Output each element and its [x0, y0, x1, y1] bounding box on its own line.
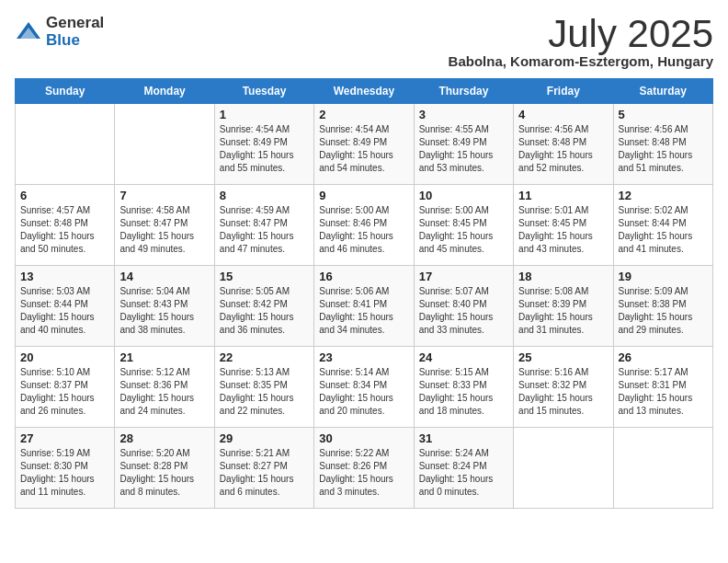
- logo-general: General: [46, 15, 104, 32]
- day-number: 20: [20, 350, 109, 364]
- day-info: Sunrise: 4:56 AM Sunset: 8:48 PM Dayligh…: [518, 123, 608, 175]
- day-info: Sunrise: 5:22 AM Sunset: 8:26 PM Dayligh…: [319, 447, 408, 499]
- day-number: 27: [20, 431, 109, 445]
- week-row-3: 20Sunrise: 5:10 AM Sunset: 8:37 PM Dayli…: [16, 347, 713, 428]
- week-row-0: 1Sunrise: 4:54 AM Sunset: 8:49 PM Daylig…: [16, 104, 713, 185]
- day-info: Sunrise: 4:54 AM Sunset: 8:49 PM Dayligh…: [319, 123, 408, 175]
- day-info: Sunrise: 5:01 AM Sunset: 8:45 PM Dayligh…: [518, 204, 608, 256]
- day-number: 28: [119, 431, 209, 445]
- calendar-cell: [613, 428, 712, 509]
- calendar-cell: 19Sunrise: 5:09 AM Sunset: 8:38 PM Dayli…: [613, 266, 712, 347]
- header-sunday: Sunday: [16, 79, 115, 104]
- day-info: Sunrise: 5:16 AM Sunset: 8:32 PM Dayligh…: [518, 366, 608, 418]
- header-tuesday: Tuesday: [214, 79, 313, 104]
- day-info: Sunrise: 4:56 AM Sunset: 8:48 PM Dayligh…: [619, 123, 708, 175]
- day-number: 17: [419, 270, 508, 283]
- day-info: Sunrise: 5:13 AM Sunset: 8:35 PM Dayligh…: [220, 366, 309, 418]
- day-info: Sunrise: 5:19 AM Sunset: 8:30 PM Dayligh…: [20, 447, 109, 499]
- logo-icon: [15, 18, 42, 46]
- day-number: 12: [619, 189, 708, 202]
- header-row: SundayMondayTuesdayWednesdayThursdayFrid…: [16, 79, 713, 104]
- day-info: Sunrise: 5:07 AM Sunset: 8:40 PM Dayligh…: [419, 285, 508, 337]
- day-number: 10: [419, 189, 508, 202]
- calendar-cell: 23Sunrise: 5:14 AM Sunset: 8:34 PM Dayli…: [314, 347, 414, 428]
- calendar-header: SundayMondayTuesdayWednesdayThursdayFrid…: [16, 79, 713, 104]
- calendar-cell: 3Sunrise: 4:55 AM Sunset: 8:49 PM Daylig…: [414, 104, 513, 185]
- location-title: Babolna, Komarom-Esztergom, Hungary: [449, 53, 713, 69]
- week-row-2: 13Sunrise: 5:03 AM Sunset: 8:44 PM Dayli…: [16, 266, 713, 347]
- day-number: 4: [518, 108, 608, 121]
- calendar-cell: 5Sunrise: 4:56 AM Sunset: 8:48 PM Daylig…: [613, 104, 712, 185]
- day-number: 6: [20, 189, 109, 202]
- calendar-cell: 12Sunrise: 5:02 AM Sunset: 8:44 PM Dayli…: [613, 185, 712, 266]
- day-number: 22: [220, 350, 309, 364]
- day-info: Sunrise: 5:00 AM Sunset: 8:45 PM Dayligh…: [419, 204, 508, 256]
- day-info: Sunrise: 5:15 AM Sunset: 8:33 PM Dayligh…: [419, 366, 508, 418]
- header-saturday: Saturday: [613, 79, 712, 104]
- day-info: Sunrise: 5:21 AM Sunset: 8:27 PM Dayligh…: [220, 447, 309, 499]
- day-number: 18: [518, 270, 608, 283]
- day-number: 25: [518, 350, 608, 364]
- day-info: Sunrise: 5:00 AM Sunset: 8:46 PM Dayligh…: [319, 204, 408, 256]
- day-number: 9: [319, 189, 408, 202]
- calendar-cell: 20Sunrise: 5:10 AM Sunset: 8:37 PM Dayli…: [16, 347, 115, 428]
- day-info: Sunrise: 4:55 AM Sunset: 8:49 PM Dayligh…: [419, 123, 508, 175]
- day-number: 30: [319, 431, 408, 445]
- month-title: July 2025: [449, 15, 713, 53]
- day-info: Sunrise: 4:59 AM Sunset: 8:47 PM Dayligh…: [220, 204, 309, 256]
- calendar-body: 1Sunrise: 4:54 AM Sunset: 8:49 PM Daylig…: [16, 104, 713, 509]
- day-number: 7: [119, 189, 209, 202]
- calendar-cell: 11Sunrise: 5:01 AM Sunset: 8:45 PM Dayli…: [514, 185, 613, 266]
- day-info: Sunrise: 5:14 AM Sunset: 8:34 PM Dayligh…: [319, 366, 408, 418]
- day-number: 29: [220, 431, 309, 445]
- week-row-1: 6Sunrise: 4:57 AM Sunset: 8:48 PM Daylig…: [16, 185, 713, 266]
- day-info: Sunrise: 5:17 AM Sunset: 8:31 PM Dayligh…: [619, 366, 708, 418]
- day-number: 24: [419, 350, 508, 364]
- calendar-cell: 27Sunrise: 5:19 AM Sunset: 8:30 PM Dayli…: [16, 428, 115, 509]
- calendar-table: SundayMondayTuesdayWednesdayThursdayFrid…: [15, 78, 713, 509]
- calendar-cell: 22Sunrise: 5:13 AM Sunset: 8:35 PM Dayli…: [214, 347, 313, 428]
- logo-text: General Blue: [46, 15, 104, 49]
- calendar-cell: 7Sunrise: 4:58 AM Sunset: 8:47 PM Daylig…: [115, 185, 214, 266]
- calendar-cell: 6Sunrise: 4:57 AM Sunset: 8:48 PM Daylig…: [16, 185, 115, 266]
- day-number: 3: [419, 108, 508, 121]
- calendar-cell: 13Sunrise: 5:03 AM Sunset: 8:44 PM Dayli…: [16, 266, 115, 347]
- day-number: 5: [619, 108, 708, 121]
- day-number: 19: [619, 270, 708, 283]
- day-info: Sunrise: 5:09 AM Sunset: 8:38 PM Dayligh…: [619, 285, 708, 337]
- calendar-cell: 8Sunrise: 4:59 AM Sunset: 8:47 PM Daylig…: [214, 185, 313, 266]
- day-info: Sunrise: 5:04 AM Sunset: 8:43 PM Dayligh…: [119, 285, 209, 337]
- day-number: 31: [419, 431, 508, 445]
- day-info: Sunrise: 4:54 AM Sunset: 8:49 PM Dayligh…: [220, 123, 309, 175]
- calendar-cell: 31Sunrise: 5:24 AM Sunset: 8:24 PM Dayli…: [414, 428, 513, 509]
- title-block: July 2025 Babolna, Komarom-Esztergom, Hu…: [449, 15, 713, 69]
- calendar-cell: 4Sunrise: 4:56 AM Sunset: 8:48 PM Daylig…: [514, 104, 613, 185]
- day-number: 2: [319, 108, 408, 121]
- header-wednesday: Wednesday: [314, 79, 414, 104]
- day-number: 16: [319, 270, 408, 283]
- calendar-cell: 28Sunrise: 5:20 AM Sunset: 8:28 PM Dayli…: [115, 428, 214, 509]
- week-row-4: 27Sunrise: 5:19 AM Sunset: 8:30 PM Dayli…: [16, 428, 713, 509]
- calendar-cell: 21Sunrise: 5:12 AM Sunset: 8:36 PM Dayli…: [115, 347, 214, 428]
- day-info: Sunrise: 5:12 AM Sunset: 8:36 PM Dayligh…: [119, 366, 209, 418]
- calendar-cell: 1Sunrise: 4:54 AM Sunset: 8:49 PM Daylig…: [214, 104, 313, 185]
- day-info: Sunrise: 5:20 AM Sunset: 8:28 PM Dayligh…: [119, 447, 209, 499]
- calendar-cell: 25Sunrise: 5:16 AM Sunset: 8:32 PM Dayli…: [514, 347, 613, 428]
- day-info: Sunrise: 5:24 AM Sunset: 8:24 PM Dayligh…: [419, 447, 508, 499]
- calendar-cell: 17Sunrise: 5:07 AM Sunset: 8:40 PM Dayli…: [414, 266, 513, 347]
- calendar-cell: 2Sunrise: 4:54 AM Sunset: 8:49 PM Daylig…: [314, 104, 414, 185]
- calendar-cell: 9Sunrise: 5:00 AM Sunset: 8:46 PM Daylig…: [314, 185, 414, 266]
- calendar-cell: 24Sunrise: 5:15 AM Sunset: 8:33 PM Dayli…: [414, 347, 513, 428]
- day-info: Sunrise: 5:03 AM Sunset: 8:44 PM Dayligh…: [20, 285, 109, 337]
- day-info: Sunrise: 5:05 AM Sunset: 8:42 PM Dayligh…: [220, 285, 309, 337]
- day-number: 13: [20, 270, 109, 283]
- calendar-cell: 26Sunrise: 5:17 AM Sunset: 8:31 PM Dayli…: [613, 347, 712, 428]
- calendar-cell: [16, 104, 115, 185]
- day-number: 21: [119, 350, 209, 364]
- calendar-cell: [115, 104, 214, 185]
- day-number: 14: [119, 270, 209, 283]
- day-number: 1: [220, 108, 309, 121]
- header-friday: Friday: [514, 79, 613, 104]
- calendar-cell: 10Sunrise: 5:00 AM Sunset: 8:45 PM Dayli…: [414, 185, 513, 266]
- page-header: General Blue July 2025 Babolna, Komarom-…: [15, 15, 713, 69]
